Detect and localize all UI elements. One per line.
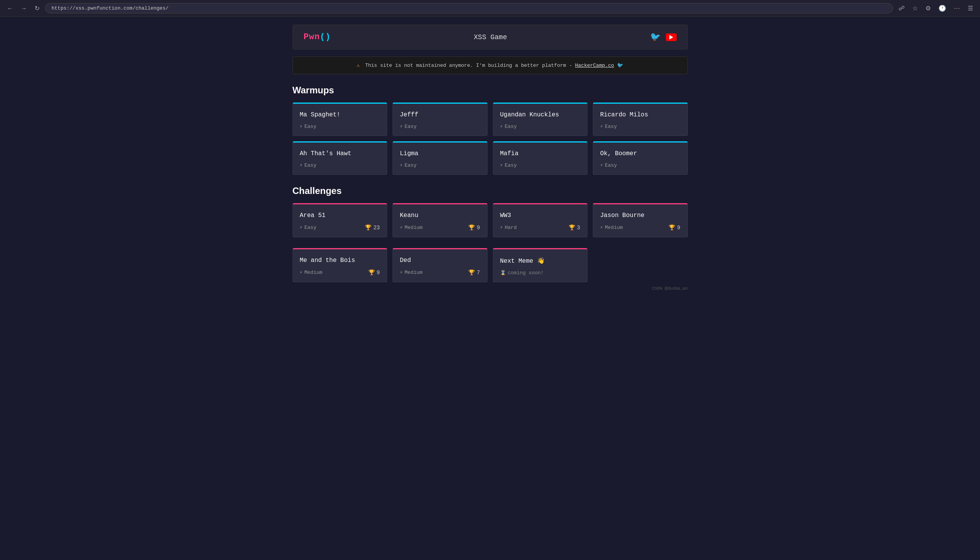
lightning-icon: ⚡ xyxy=(400,225,403,230)
lightning-icon: ⚡ xyxy=(600,124,603,130)
site-logo: Pwn() xyxy=(304,32,331,42)
card-points: 🏆 23 xyxy=(365,224,380,231)
card-next-meme[interactable]: Next Meme 👋 ⌛ coming soon! xyxy=(493,248,588,282)
lightning-icon: ⚡ xyxy=(400,162,403,168)
warmups-grid: Ma Spaghet! ⚡ Easy Jefff ⚡ Easy xyxy=(293,103,688,175)
card-difficulty: ⚡ Medium xyxy=(400,225,423,230)
card-points: 🏆 9 xyxy=(468,224,480,231)
card-difficulty: ⚡ Easy xyxy=(300,225,316,230)
points-value: 7 xyxy=(477,270,480,276)
card-title: Ok, Boomer xyxy=(600,150,681,157)
card-meta: ⚡ Hard 🏆 3 xyxy=(500,224,580,231)
card-title: Ligma xyxy=(400,150,480,157)
points-value: 9 xyxy=(477,225,480,231)
card-ah-thats-hawt[interactable]: Ah That's Hawt ⚡ Easy xyxy=(293,141,388,175)
card-ok-boomer[interactable]: Ok, Boomer ⚡ Easy xyxy=(593,141,688,175)
card-points: 🏆 9 xyxy=(669,224,680,231)
card-jefff[interactable]: Jefff ⚡ Easy xyxy=(393,103,488,136)
extensions-button[interactable]: ⚙ xyxy=(923,3,933,13)
read-mode-button[interactable]: ☍ xyxy=(896,3,907,13)
card-title: Mafia xyxy=(500,150,580,157)
card-me-and-the-bois[interactable]: Me and the Bois ⚡ Medium 🏆 9 xyxy=(293,248,388,282)
card-title: Me and the Bois xyxy=(300,257,380,264)
difficulty-label: Easy xyxy=(605,162,617,168)
trophy-icon: 🏆 xyxy=(365,224,371,231)
card-ded[interactable]: Ded ⚡ Medium 🏆 7 xyxy=(393,248,488,282)
forward-button[interactable]: → xyxy=(18,3,29,13)
card-difficulty: ⚡ Medium xyxy=(600,225,623,230)
header-icons: 🐦 xyxy=(650,32,677,42)
card-ww3[interactable]: WW3 ⚡ Hard 🏆 3 xyxy=(493,203,588,237)
card-difficulty: ⚡ Easy xyxy=(500,162,517,168)
card-points: 🏆 3 xyxy=(569,224,580,231)
hourglass-icon: ⌛ xyxy=(500,270,506,276)
difficulty-label: Hard xyxy=(505,225,517,230)
back-button[interactable]: ← xyxy=(5,3,15,13)
card-difficulty: ⚡ Easy xyxy=(300,124,316,130)
logo-pwn: Pwn xyxy=(304,32,320,42)
card-meta: ⚡ Easy xyxy=(500,162,580,168)
card-mafia[interactable]: Mafia ⚡ Easy xyxy=(493,141,588,175)
card-difficulty: ⚡ Medium xyxy=(400,270,423,275)
profile-button[interactable]: ☰ xyxy=(965,3,975,13)
lightning-icon: ⚡ xyxy=(300,270,303,275)
card-keanu[interactable]: Keanu ⚡ Medium 🏆 9 xyxy=(393,203,488,237)
card-meta: ⚡ Easy xyxy=(500,124,580,130)
address-bar[interactable] xyxy=(45,3,893,13)
lightning-icon: ⚡ xyxy=(500,225,503,230)
reload-button[interactable]: ↻ xyxy=(32,3,42,13)
points-value: 9 xyxy=(677,225,680,231)
twitter-link[interactable]: 🐦 xyxy=(650,32,661,42)
card-title: Ma Spaghet! xyxy=(300,112,380,118)
points-value: 23 xyxy=(373,225,380,231)
card-title: WW3 xyxy=(500,212,580,219)
difficulty-label: Easy xyxy=(405,162,416,168)
card-ma-spaghet[interactable]: Ma Spaghet! ⚡ Easy xyxy=(293,103,388,136)
trophy-icon: 🏆 xyxy=(468,224,475,231)
challenges-title: Challenges xyxy=(293,185,688,196)
card-ugandan-knuckles[interactable]: Ugandan Knuckles ⚡ Easy xyxy=(493,103,588,136)
card-meta: ⚡ Medium 🏆 9 xyxy=(300,269,380,276)
lightning-icon: ⚡ xyxy=(300,124,303,130)
card-difficulty: ⚡ Easy xyxy=(600,162,617,168)
card-points: 🏆 9 xyxy=(368,269,380,276)
card-jason-bourne[interactable]: Jason Bourne ⚡ Medium 🏆 9 xyxy=(593,203,688,237)
difficulty-label: Medium xyxy=(405,225,423,230)
challenges-grid-row2: Me and the Bois ⚡ Medium 🏆 9 Ded ⚡ xyxy=(293,248,688,282)
card-points: 🏆 7 xyxy=(468,269,480,276)
lightning-icon: ⚡ xyxy=(400,270,403,275)
card-title: Ah That's Hawt xyxy=(300,150,380,157)
difficulty-label: Easy xyxy=(405,124,416,130)
coming-soon-label: coming soon! xyxy=(508,270,544,276)
notice-twitter-icon: 🐦 xyxy=(617,63,623,68)
card-title: Ugandan Knuckles xyxy=(500,112,580,118)
challenges-section: Challenges Area 51 ⚡ Easy 🏆 23 Keanu xyxy=(293,185,688,282)
trophy-icon: 🏆 xyxy=(569,224,575,231)
card-difficulty: ⚡ Easy xyxy=(500,124,517,130)
browser-chrome: ← → ↻ ☍ ☆ ⚙ 🕐 ⋯ ☰ xyxy=(0,0,980,17)
challenges-grid-row1: Area 51 ⚡ Easy 🏆 23 Keanu ⚡ xyxy=(293,203,688,237)
card-ligma[interactable]: Ligma ⚡ Easy xyxy=(393,141,488,175)
card-difficulty: ⚡ Hard xyxy=(500,225,517,230)
card-ricardo-milos[interactable]: Ricardo Milos ⚡ Easy xyxy=(593,103,688,136)
hackercamp-link[interactable]: HackerCamp.co xyxy=(575,63,614,68)
bookmark-button[interactable]: ☆ xyxy=(910,3,920,13)
card-meta: ⚡ Medium 🏆 9 xyxy=(400,224,480,231)
youtube-link[interactable] xyxy=(666,33,677,41)
card-area51[interactable]: Area 51 ⚡ Easy 🏆 23 xyxy=(293,203,388,237)
lightning-icon: ⚡ xyxy=(500,124,503,130)
card-title: Jefff xyxy=(400,112,480,118)
difficulty-label: Medium xyxy=(605,225,623,230)
lightning-icon: ⚡ xyxy=(500,162,503,168)
trophy-icon: 🏆 xyxy=(368,269,375,276)
more-button[interactable]: ⋯ xyxy=(952,3,962,13)
card-meta: ⌛ coming soon! xyxy=(500,270,580,276)
card-meta: ⚡ Medium 🏆 9 xyxy=(600,224,681,231)
card-title: Ricardo Milos xyxy=(600,112,681,118)
card-meta: ⚡ Easy xyxy=(300,124,380,130)
history-button[interactable]: 🕐 xyxy=(936,3,948,13)
card-title: Keanu xyxy=(400,212,480,219)
difficulty-label: Easy xyxy=(304,124,316,130)
trophy-icon: 🏆 xyxy=(468,269,475,276)
card-title: Area 51 xyxy=(300,212,380,219)
